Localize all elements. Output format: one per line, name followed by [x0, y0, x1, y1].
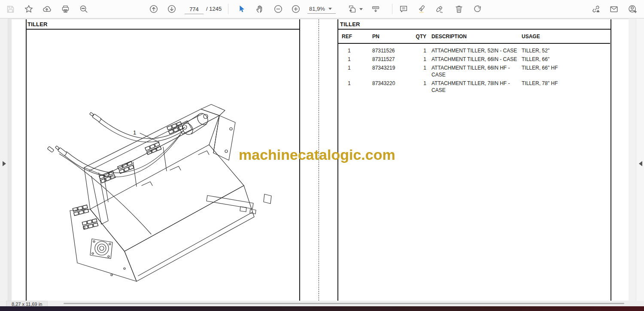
search-icon[interactable]: [79, 4, 88, 14]
parts-table: REF PN QTY DESCRIPTION USAGE 1 87311526 …: [338, 32, 610, 95]
cell-qty: 1: [414, 47, 426, 54]
page-down-icon[interactable]: [167, 4, 176, 14]
column-header-description: DESCRIPTION: [431, 34, 519, 40]
zoom-in-icon[interactable]: [291, 4, 301, 14]
email-icon[interactable]: [609, 4, 619, 14]
cell-usage: TILLER, 66": [519, 56, 610, 63]
cell-ref: 1: [342, 64, 372, 78]
save-icon[interactable]: [6, 4, 15, 14]
share-link-icon[interactable]: [591, 4, 601, 14]
page-up-icon[interactable]: [149, 4, 158, 14]
rotate-icon[interactable]: [473, 4, 482, 14]
toolbar: / 1245 81,9%: [0, 0, 644, 18]
column-header-pn: PN: [372, 34, 414, 40]
chevron-down-icon[interactable]: [358, 4, 364, 14]
cell-ref: 1: [342, 56, 372, 63]
column-header-qty: QTY: [414, 34, 426, 40]
cell-description: ATTACHMENT TILLER, 52IN - CASE: [431, 47, 519, 54]
cell-usage: TILLER, 78" HF: [519, 80, 610, 94]
hide-toolbar-icon[interactable]: [371, 4, 380, 14]
watermark-text: machinecatalogic.com: [239, 146, 395, 163]
comment-icon[interactable]: [399, 4, 408, 14]
page-number-input[interactable]: [185, 4, 204, 14]
cell-description: ATTACHMENT TILLER, 78IN HF - CASE: [431, 80, 519, 94]
cell-pn: 87311527: [372, 56, 414, 63]
horizontal-scrollbar-thumb[interactable]: [64, 303, 624, 304]
upload-icon[interactable]: [42, 4, 52, 14]
cell-qty: 1: [414, 56, 426, 63]
cell-pn: 87343219: [372, 64, 414, 78]
cell-ref: 1: [342, 47, 372, 54]
cell-pn: 87311526: [372, 47, 414, 54]
chevron-down-icon: [328, 8, 332, 10]
toolbar-divider: [228, 4, 228, 14]
column-header-ref: REF: [342, 34, 372, 40]
table-row: 1 87311527 1 ATTACHMENT TILLER, 66IN - C…: [342, 55, 610, 64]
print-icon[interactable]: [61, 4, 70, 14]
left-page-title-rule: [26, 29, 300, 30]
pdf-viewer: / 1245 81,9%: [0, 0, 644, 311]
table-header-row: REF PN QTY DESCRIPTION USAGE: [338, 32, 610, 44]
figure-ref-label: 1: [133, 129, 136, 136]
page-total-label: / 1245: [206, 6, 222, 12]
panel-collapse-toggle[interactable]: [638, 160, 644, 168]
add-account-icon[interactable]: [628, 4, 637, 14]
column-header-usage: USAGE: [519, 34, 610, 40]
delete-icon[interactable]: [454, 4, 464, 14]
cell-pn: 87343220: [372, 80, 414, 94]
favorite-icon[interactable]: [24, 4, 33, 14]
table-row: 1 87343220 1 ATTACHMENT TILLER, 78IN HF …: [342, 79, 610, 95]
table-row: 1 87343219 1 ATTACHMENT TILLER, 66IN HF …: [342, 64, 610, 79]
right-page-border-right: [611, 19, 611, 301]
taskbar-edge: [0, 306, 644, 311]
cell-ref: 1: [342, 80, 372, 94]
cell-description: ATTACHMENT TILLER, 66IN HF - CASE: [431, 64, 519, 78]
cell-description: ATTACHMENT TILLER, 66IN - CASE: [431, 56, 519, 63]
select-tool-icon[interactable]: [237, 4, 246, 14]
cell-qty: 1: [414, 80, 426, 94]
hand-tool-icon[interactable]: [255, 4, 264, 14]
page-title: TILLER: [340, 21, 360, 27]
toolbar-divider: [392, 4, 392, 14]
zoom-level-value: 81,9%: [309, 6, 325, 12]
status-bar: 8,27 x 11,69 in: [0, 301, 644, 306]
cell-usage: TILLER, 66" HF: [519, 64, 610, 78]
right-page-title-rule: [337, 29, 611, 30]
zoom-level-dropdown[interactable]: 81,9%: [307, 4, 336, 14]
zoom-out-icon[interactable]: [273, 4, 283, 14]
sidebar-strip: [0, 18, 8, 301]
table-row: 1 87311526 1 ATTACHMENT TILLER, 52IN - C…: [342, 46, 610, 55]
vertical-scrollbar[interactable]: [629, 18, 636, 301]
tiller-diagram: 1: [27, 31, 301, 301]
sidebar-expand-toggle[interactable]: [1, 160, 7, 168]
page-size-value: 8,27 x 11,69 in: [12, 302, 42, 307]
highlight-icon[interactable]: [417, 4, 426, 14]
page-title: TILLER: [27, 21, 48, 27]
cell-usage: TILLER, 52": [519, 47, 610, 54]
signature-icon[interactable]: [435, 4, 444, 14]
right-panel-strip: [636, 18, 644, 301]
cell-qty: 1: [414, 64, 426, 78]
fit-page-icon[interactable]: [348, 4, 357, 14]
